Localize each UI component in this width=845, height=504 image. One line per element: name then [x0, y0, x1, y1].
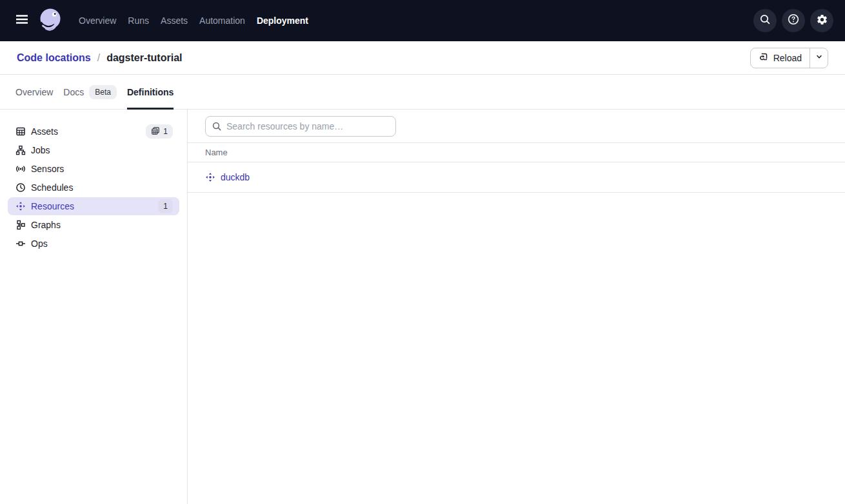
breadcrumb-separator: / [97, 52, 100, 64]
sidebar-item-label: Graphs [31, 220, 61, 230]
sidebar-item-label: Ops [31, 238, 48, 249]
primary-nav: Overview Runs Assets Automation Deployme… [79, 15, 308, 26]
schedules-icon [15, 182, 26, 193]
search-icon [759, 13, 771, 28]
hamburger-menu-button[interactable] [13, 12, 31, 30]
resources-count: 1 [163, 202, 168, 211]
reload-split-button: Reload [750, 48, 828, 68]
reload-button-label: Reload [773, 53, 802, 63]
sidebar-item-graphs[interactable]: Graphs [8, 216, 179, 234]
nav-assets[interactable]: Assets [161, 15, 188, 26]
reload-code-location-icon [759, 52, 769, 64]
breadcrumb-bar: Code locations / dagster-tutorial Reload [0, 41, 845, 75]
tab-overview-label: Overview [15, 87, 53, 97]
sidebar-item-schedules[interactable]: Schedules [8, 179, 179, 197]
tab-definitions[interactable]: Definitions [127, 75, 174, 109]
resource-row-duckdb[interactable]: duckdb [188, 162, 845, 193]
nav-runs[interactable]: Runs [128, 15, 149, 26]
assets-count: 1 [163, 127, 168, 136]
chevron-down-icon [815, 52, 824, 64]
sidebar-item-ops[interactable]: Ops [8, 235, 179, 253]
tab-docs[interactable]: Docs Beta [63, 75, 117, 109]
help-icon [787, 13, 800, 28]
resource-link-duckdb[interactable]: duckdb [221, 172, 250, 182]
jobs-icon [15, 145, 26, 155]
sidebar-item-resources[interactable]: Resources 1 [8, 197, 179, 215]
sensors-icon [15, 164, 26, 174]
breadcrumb-code-locations-link[interactable]: Code locations [17, 52, 91, 64]
reload-button[interactable]: Reload [751, 48, 810, 68]
gear-icon [816, 14, 828, 28]
resource-icon [205, 172, 215, 182]
sidebar-item-label: Assets [31, 126, 58, 137]
breadcrumb-current: dagster-tutorial [106, 52, 182, 64]
code-location-tabs: Overview Docs Beta Definitions [0, 75, 845, 110]
sidebar-item-label: Resources [31, 201, 74, 211]
search-resources-input[interactable] [205, 116, 396, 137]
tab-overview[interactable]: Overview [15, 75, 53, 109]
nav-automation[interactable]: Automation [199, 15, 245, 26]
hamburger-icon [14, 12, 30, 30]
tab-definitions-label: Definitions [127, 87, 174, 97]
dagster-logo[interactable] [36, 6, 66, 35]
nav-deployment[interactable]: Deployment [257, 15, 308, 26]
top-navbar: Overview Runs Assets Automation Deployme… [0, 0, 845, 41]
resources-icon [15, 201, 26, 211]
tab-docs-label: Docs [63, 87, 84, 97]
beta-badge: Beta [89, 85, 117, 99]
nav-overview[interactable]: Overview [79, 15, 116, 26]
resources-panel: Name duckdb [188, 110, 845, 504]
help-button[interactable] [782, 9, 805, 32]
sidebar-item-label: Schedules [31, 182, 73, 193]
resources-count-badge: 1 [158, 199, 173, 213]
sidebar-item-label: Sensors [31, 164, 64, 174]
column-header-name: Name [205, 148, 228, 157]
definitions-sidebar: Assets 1 [0, 110, 188, 504]
assets-count-badge: 1 [146, 124, 173, 139]
search-wrap [205, 116, 396, 137]
ops-icon [15, 238, 26, 249]
sidebar-item-label: Jobs [31, 145, 50, 155]
sidebar-item-jobs[interactable]: Jobs [8, 141, 179, 159]
reload-dropdown-button[interactable] [810, 48, 828, 68]
assets-table-icon [15, 126, 26, 137]
stacked-tables-icon [151, 126, 160, 137]
resources-table-header: Name [188, 142, 845, 162]
sidebar-item-sensors[interactable]: Sensors [8, 160, 179, 178]
graphs-icon [15, 220, 26, 230]
sidebar-item-assets[interactable]: Assets 1 [8, 122, 179, 141]
settings-button[interactable] [810, 9, 833, 32]
search-button[interactable] [753, 9, 777, 32]
definitions-body: Assets 1 [0, 110, 845, 504]
